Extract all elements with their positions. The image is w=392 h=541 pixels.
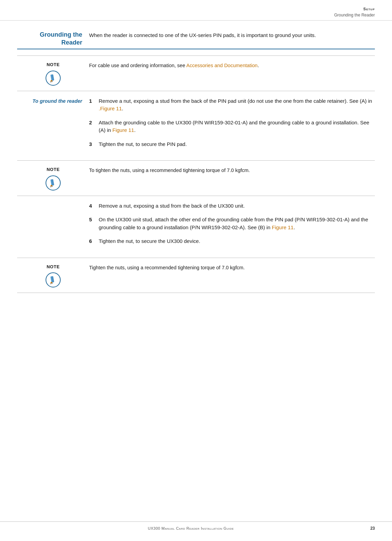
note-1-left: NOTE — [17, 61, 89, 86]
section-title-line1: Grounding the — [40, 31, 82, 38]
step-1-text: Remove a nut, exposing a stud from the b… — [99, 97, 375, 113]
note-2-left: NOTE — [17, 165, 89, 191]
step-1: 1 Remove a nut, exposing a stud from the… — [89, 97, 375, 113]
page: Setup Grounding the Reader Grounding the… — [0, 0, 392, 541]
steps-col-2: 4 Remove a nut, exposing a stud from the… — [89, 202, 375, 251]
step-2-text-before: Attach the grounding cable to the UX300 … — [99, 120, 369, 133]
step-6-text: Tighten the nut, to secure the UX300 dev… — [99, 237, 375, 245]
header-subtitle: Grounding the Reader — [0, 12, 375, 18]
section-title: Grounding the Reader — [17, 31, 89, 47]
note-1-link[interactable]: Accessories and Documentation — [186, 63, 258, 68]
page-header: Setup Grounding the Reader — [0, 0, 392, 21]
svg-line-13 — [50, 283, 53, 284]
note-3-left: NOTE — [17, 263, 89, 288]
step-1-link[interactable]: .Figure 11 — [99, 106, 122, 111]
step-2-text-after: . — [134, 127, 135, 133]
step-2-num: 2 — [89, 119, 99, 127]
note-3-text: Tighten the nuts, using a recommended ti… — [89, 263, 375, 288]
step-2: 2 Attach the grounding cable to the UX30… — [89, 119, 375, 134]
steps-area-2: 4 Remove a nut, exposing a stud from the… — [17, 202, 375, 251]
note-2-label: NOTE — [47, 166, 60, 173]
step-3-num: 3 — [89, 140, 99, 148]
step-5-text-before: On the UX300 unit stud, attach the other… — [99, 217, 368, 230]
note-2-icon — [45, 175, 61, 191]
step-4-text: Remove a nut, exposing a stud from the b… — [99, 202, 375, 210]
note-2-text: To tighten the nuts, using a recommended… — [89, 165, 375, 191]
svg-line-3 — [50, 82, 53, 82]
step-4: 4 Remove a nut, exposing a stud from the… — [89, 202, 375, 210]
note-1-text: For cable use and ordering information, … — [89, 61, 375, 86]
step-3-text-main: Tighten the nut, to secure the PIN pad. — [99, 141, 187, 147]
note-icon — [45, 70, 61, 86]
steps-area-1: To ground the reader 1 Remove a nut, exp… — [17, 97, 375, 155]
step-6: 6 Tighten the nut, to secure the UX300 d… — [89, 237, 375, 245]
step-1-text-after: . — [122, 106, 123, 111]
steps-label-col: To ground the reader — [17, 97, 89, 155]
note-3-label: NOTE — [47, 263, 60, 270]
note-1-text-before: For cable use and ordering information, … — [89, 63, 186, 68]
step-3: 3 Tighten the nut, to secure the PIN pad… — [89, 140, 375, 148]
step-4-text-main: Remove a nut, exposing a stud from the b… — [99, 203, 245, 209]
step-3-text: Tighten the nut, to secure the PIN pad. — [99, 140, 375, 148]
footer-page: 23 — [365, 525, 375, 531]
steps-col-1: 1 Remove a nut, exposing a stud from the… — [89, 97, 375, 155]
section-title-line2: Reader — [61, 39, 82, 46]
to-ground-label: To ground the reader — [33, 98, 82, 104]
step-5-text: On the UX300 unit stud, attach the other… — [99, 216, 375, 231]
step-2-text: Attach the grounding cable to the UX300 … — [99, 119, 375, 134]
step-5-link[interactable]: Figure 11 — [272, 224, 293, 230]
page-footer: UX300 Manual Card Reader Installation Gu… — [0, 521, 392, 531]
step-4-num: 4 — [89, 202, 99, 210]
section-title-row: Grounding the Reader When the reader is … — [17, 31, 375, 50]
main-content: Grounding the Reader When the reader is … — [0, 31, 392, 317]
steps-label-col-2 — [17, 202, 89, 251]
section-intro: When the reader is connected to one of t… — [89, 31, 375, 39]
header-section: Setup — [0, 6, 375, 12]
note-1: NOTE For cable use and ordering informat… — [17, 56, 375, 91]
svg-line-8 — [50, 186, 53, 187]
step-2-link[interactable]: Figure 11 — [112, 127, 134, 133]
step-5-text-after: . — [294, 224, 295, 230]
step-6-num: 6 — [89, 237, 99, 245]
note-1-text-after: . — [258, 63, 259, 68]
note-2: NOTE To tighten the nuts, using a recomm… — [17, 160, 375, 196]
note-3: NOTE Tighten the nuts, using a recommend… — [17, 258, 375, 293]
footer-text: UX300 Manual Card Reader Installation Gu… — [17, 526, 365, 531]
step-5-num: 5 — [89, 216, 99, 224]
step-6-text-main: Tighten the nut, to secure the UX300 dev… — [99, 238, 200, 244]
note-1-label: NOTE — [47, 61, 60, 68]
step-1-num: 1 — [89, 97, 99, 105]
step-5: 5 On the UX300 unit stud, attach the oth… — [89, 216, 375, 231]
note-3-icon — [45, 272, 61, 288]
step-1-text-before: Remove a nut, exposing a stud from the b… — [99, 98, 372, 104]
